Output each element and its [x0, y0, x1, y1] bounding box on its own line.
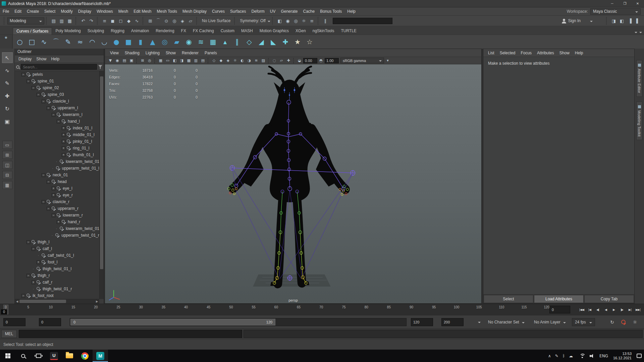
layout-four-pane[interactable]: ⊞ [2, 151, 12, 159]
viewport-menu-view[interactable]: View [107, 51, 122, 55]
nurbs-plane-icon[interactable]: ▰ [171, 36, 182, 48]
outliner-item-clavicle-r[interactable]: −clavicle_r [15, 198, 99, 205]
outliner-item-lowerarm-r[interactable]: −lowerarm_r [15, 212, 99, 219]
collapse-icon[interactable]: − [47, 106, 50, 110]
view-transform-options-icon[interactable]: ▾ [384, 58, 391, 64]
outliner-horizontal-scrollbar[interactable]: ◀ ▶ [15, 299, 99, 304]
shelf-tab-ngskintools[interactable]: ngSkinTools [309, 27, 338, 35]
three-point-arc-icon[interactable]: ◠ [87, 36, 98, 48]
anim-layer-select[interactable]: No Anim Layer [534, 318, 566, 326]
nurbs-cylinder-icon[interactable]: ▮ [135, 36, 146, 48]
go-to-end-button[interactable]: ▶▶| [634, 305, 642, 314]
camera-bookmark-icon[interactable]: ▤ [121, 58, 128, 64]
nurbs-sphere-icon[interactable]: ● [111, 36, 122, 48]
attribute-editor-menu-attributes[interactable]: Attributes [534, 51, 557, 55]
grid-toggle-icon[interactable]: ▦ [157, 58, 164, 64]
layout-single-pane[interactable]: ▭ [2, 141, 12, 149]
expand-icon[interactable]: + [62, 146, 65, 150]
collapse-icon[interactable]: − [26, 79, 30, 83]
outliner-item-thigh-twist-01-r[interactable]: ·thigh_twist_01_r [15, 286, 99, 292]
outliner-item-ik-foot-root[interactable]: −ik_foot_root [15, 292, 99, 299]
loft-icon[interactable]: ≋ [195, 36, 207, 48]
menubar-item-edit[interactable]: Edit [12, 7, 24, 15]
2d-pan-zoom-icon[interactable]: ⊞ [139, 58, 146, 64]
planar-icon[interactable]: ▦ [207, 36, 219, 48]
shelf-tab-rigging[interactable]: Rigging [107, 27, 128, 35]
outliner-item-upperarm-l[interactable]: −upperarm_l [15, 105, 99, 111]
snap-to-projected-center-icon[interactable]: ◎ [170, 17, 178, 25]
open-scene-icon[interactable]: ▥ [58, 17, 66, 25]
attribute-editor-menu-focus[interactable]: Focus [518, 51, 534, 55]
load-attributes-button[interactable]: Load Attributes [534, 295, 584, 303]
viewport-menu-show[interactable]: Show [163, 51, 179, 55]
command-input[interactable] [19, 330, 242, 338]
collapse-icon[interactable]: − [42, 173, 45, 177]
attribute-editor-menu-help[interactable]: Help [572, 51, 586, 55]
outliner-item-calf-r[interactable]: +calf_r [15, 279, 99, 286]
shadows-icon[interactable]: ◐ [239, 58, 246, 64]
exposure-field[interactable] [303, 58, 317, 63]
toggle-attribute-editor-icon[interactable]: ◨ [610, 17, 618, 25]
new-scene-icon[interactable]: ▤ [50, 17, 58, 25]
step-forward-frame-button[interactable]: |▶ [618, 305, 626, 314]
expand-icon[interactable]: + [52, 193, 55, 197]
playback-loop-icon[interactable]: ↻ [608, 318, 616, 326]
playback-range-handle[interactable]: 0 120 [70, 319, 275, 325]
pencil-curve-tool-icon[interactable]: ✎ [62, 36, 74, 48]
snap-to-curves-icon[interactable]: ⌒ [154, 17, 162, 25]
menubar-item-curves[interactable]: Curves [209, 7, 227, 15]
ambient-occlusion-icon[interactable]: ◑ [246, 58, 253, 64]
outliner-item-spine-01[interactable]: −spine_01 [15, 78, 99, 84]
action-center-icon[interactable] [634, 350, 644, 362]
outliner-item-ring-01-l[interactable]: +ring_01_l [15, 145, 99, 152]
lights-icon[interactable]: ☼ [232, 58, 238, 64]
rotate-tool[interactable]: ↻ [2, 103, 13, 114]
nurbs-cube-icon[interactable]: ■ [123, 36, 134, 48]
outliner-item-upperarm-twist-01-l[interactable]: ·upperarm_twist_01_l [15, 165, 99, 172]
outliner-item-foot-l[interactable]: +foot_l [15, 259, 99, 265]
two-point-arc-icon[interactable]: ◡ [99, 36, 110, 48]
playback-start-field[interactable] [39, 318, 61, 326]
outliner-item-lowerarm-twist-01[interactable]: ·lowerarm_twist_01 [15, 158, 99, 165]
select-hierarchy-icon[interactable]: ≡ [101, 17, 109, 25]
outliner-item-upperarm-twist-01-r[interactable]: ·upperarm_twist_01_r [15, 232, 99, 239]
scale-tool[interactable]: ▣ [2, 116, 13, 127]
scrollbar-thumb[interactable] [19, 300, 66, 303]
outliner-item-hand-r[interactable]: +hand_r [15, 219, 99, 225]
expand-icon[interactable]: + [57, 220, 60, 224]
outliner-item-head[interactable]: −head [15, 178, 99, 185]
language-indicator[interactable]: ENG [597, 350, 610, 362]
menubar-item-uv[interactable]: UV [267, 7, 278, 15]
task-view-button[interactable] [31, 350, 46, 362]
pause-icon[interactable]: ∥ [321, 17, 329, 25]
outliner-menu-display[interactable]: Display [16, 57, 34, 61]
gate-mask-icon[interactable]: ◨ [178, 58, 185, 64]
nurbs-torus-icon[interactable]: ◎ [159, 36, 170, 48]
volume-icon[interactable] [587, 350, 597, 362]
outliner-item-clavicle-l[interactable]: −clavicle_l [15, 98, 99, 105]
expand-icon[interactable]: + [62, 153, 65, 157]
move-tool[interactable]: ✚ [2, 90, 13, 101]
collapse-icon[interactable]: − [21, 73, 25, 76]
shelf-tab-poly-modeling[interactable]: Poly Modeling [52, 27, 84, 35]
animation-end-field[interactable] [441, 318, 464, 326]
auto-keyframe-icon[interactable] [619, 318, 628, 326]
collapse-icon[interactable]: − [52, 113, 55, 117]
step-back-key-button[interactable]: |◀ [586, 305, 594, 314]
select-mesh-mask-icon[interactable]: ◆ [125, 17, 133, 25]
menubar-item-edit-mesh[interactable]: Edit Mesh [131, 7, 154, 15]
file-explorer-button[interactable] [62, 350, 77, 362]
menubar-item-file[interactable]: File [0, 7, 12, 15]
command-language-button[interactable]: MEL [1, 330, 17, 338]
ep-curve-tool-icon[interactable]: ⌒ [50, 36, 62, 48]
outliner-menu-show[interactable]: Show [34, 57, 49, 61]
shaded-mode-icon[interactable]: ◆ [218, 58, 224, 64]
viewport-menu-shading[interactable]: Shading [122, 51, 143, 55]
layout-persp-graph[interactable]: ⊟ [2, 171, 12, 179]
safe-title-icon[interactable]: ▤ [200, 58, 206, 64]
play-forwards-button[interactable]: ▶ [610, 305, 618, 314]
menubar-item-bonus-tools[interactable]: Bonus Tools [317, 7, 344, 15]
shelf-tab-curves-surfaces[interactable]: Curves / Surfaces [13, 27, 52, 35]
shelf-tab-xgen[interactable]: XGen [292, 27, 309, 35]
copy-tab-button[interactable]: Copy Tab [584, 295, 634, 303]
